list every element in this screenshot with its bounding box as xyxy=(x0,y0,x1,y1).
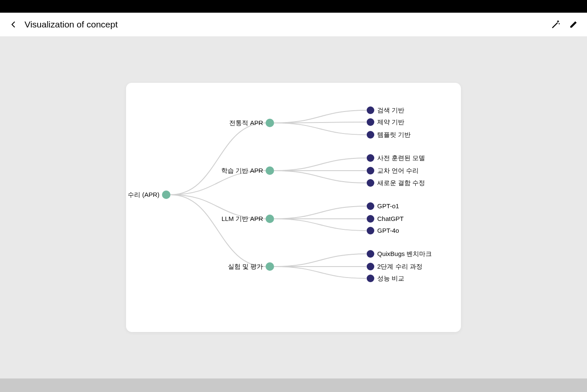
node-label: 제약 기반 xyxy=(377,118,404,125)
node-dot[interactable] xyxy=(266,262,274,271)
node-dot[interactable] xyxy=(367,275,374,282)
mindmap-node[interactable]: 2단계 수리 과정 xyxy=(367,263,422,270)
node-dot[interactable] xyxy=(367,263,374,270)
canvas-area: 수리 (APR)전통적 APR검색 기반제약 기반템플릿 기반학습 기반 APR… xyxy=(0,36,587,378)
node-dot[interactable] xyxy=(367,215,374,223)
back-button[interactable] xyxy=(8,19,19,30)
node-label: 실험 및 평가 xyxy=(228,263,263,270)
mindmap-node[interactable]: 수리 (APR) xyxy=(128,191,170,199)
node-label: 검색 기반 xyxy=(377,106,404,114)
node-label: 전통적 APR xyxy=(229,119,263,126)
node-label: GPT-o1 xyxy=(377,202,399,210)
mindmap-node[interactable]: 학습 기반 APR xyxy=(221,166,274,175)
magic-wand-icon xyxy=(551,20,560,29)
mindmap-node[interactable]: 새로운 결함 수정 xyxy=(367,179,425,187)
mindmap-node[interactable]: 성능 비교 xyxy=(367,275,404,282)
mindmap-edge xyxy=(170,195,266,267)
page-title: Visualization of concept xyxy=(25,19,118,30)
node-dot[interactable] xyxy=(367,179,374,187)
node-dot[interactable] xyxy=(367,227,374,234)
mindmap-node[interactable]: GPT-o1 xyxy=(367,202,399,210)
mindmap-card: 수리 (APR)전통적 APR검색 기반제약 기반템플릿 기반학습 기반 APR… xyxy=(126,83,461,332)
mindmap-edge xyxy=(274,267,366,278)
header-left: Visualization of concept xyxy=(8,19,118,30)
header-right xyxy=(551,19,579,30)
node-dot[interactable] xyxy=(266,166,274,175)
node-label: 수리 (APR) xyxy=(128,191,159,198)
mindmap-node[interactable]: QuixBugs 벤치마크 xyxy=(367,250,432,258)
node-label: QuixBugs 벤치마크 xyxy=(377,250,432,257)
mindmap-edge xyxy=(170,123,266,195)
node-dot[interactable] xyxy=(266,119,274,127)
mindmap-edge xyxy=(274,171,366,183)
node-dot[interactable] xyxy=(367,118,374,126)
mindmap-node[interactable]: 템플릿 기반 xyxy=(367,131,411,139)
node-label: ChatGPT xyxy=(377,215,404,222)
chevron-left-icon xyxy=(10,21,17,28)
node-label: LLM 기반 APR xyxy=(222,215,263,222)
node-label: 새로운 결함 수정 xyxy=(377,179,425,186)
mindmap-node[interactable]: GPT-4o xyxy=(367,227,399,234)
mindmap-svg[interactable]: 수리 (APR)전통적 APR검색 기반제약 기반템플릿 기반학습 기반 APR… xyxy=(126,83,461,332)
node-dot[interactable] xyxy=(367,106,374,114)
pencil-icon xyxy=(569,20,578,29)
mindmap-node[interactable]: 사전 훈련된 모델 xyxy=(367,154,425,162)
node-label: GPT-4o xyxy=(377,227,399,234)
node-dot[interactable] xyxy=(367,154,374,162)
node-label: 교차 언어 수리 xyxy=(377,167,419,174)
node-label: 성능 비교 xyxy=(377,275,404,282)
mindmap-edge xyxy=(170,171,266,195)
mindmap-node[interactable]: ChatGPT xyxy=(367,215,404,223)
mindmap-node[interactable]: LLM 기반 APR xyxy=(222,215,274,223)
mindmap-node[interactable]: 실험 및 평가 xyxy=(228,262,274,271)
mindmap-node[interactable]: 교차 언어 수리 xyxy=(367,167,419,174)
mindmap-edges xyxy=(170,110,366,278)
mindmap-edge xyxy=(274,206,366,219)
node-dot[interactable] xyxy=(266,215,274,223)
node-label: 학습 기반 APR xyxy=(221,167,263,174)
node-dot[interactable] xyxy=(367,250,374,258)
mindmap-edge xyxy=(274,158,366,171)
mindmap-node[interactable]: 검색 기반 xyxy=(367,106,404,114)
header-bar: Visualization of concept xyxy=(0,13,587,36)
node-label: 템플릿 기반 xyxy=(377,131,411,138)
node-label: 사전 훈련된 모델 xyxy=(377,154,425,161)
mindmap-edge xyxy=(274,219,366,231)
node-label: 2단계 수리 과정 xyxy=(377,263,422,270)
mindmap-edge xyxy=(274,123,366,135)
mindmap-edge xyxy=(274,110,366,123)
node-dot[interactable] xyxy=(367,167,374,174)
node-dot[interactable] xyxy=(367,202,374,210)
node-dot[interactable] xyxy=(367,131,374,139)
magic-wand-button[interactable] xyxy=(551,19,561,30)
edit-button[interactable] xyxy=(568,19,579,30)
mindmap-edge xyxy=(274,254,366,267)
node-dot[interactable] xyxy=(162,191,170,199)
mindmap-node[interactable]: 제약 기반 xyxy=(367,118,404,126)
mindmap-node[interactable]: 전통적 APR xyxy=(229,119,274,127)
top-black-bar xyxy=(0,0,587,13)
footer-bar xyxy=(0,378,587,392)
